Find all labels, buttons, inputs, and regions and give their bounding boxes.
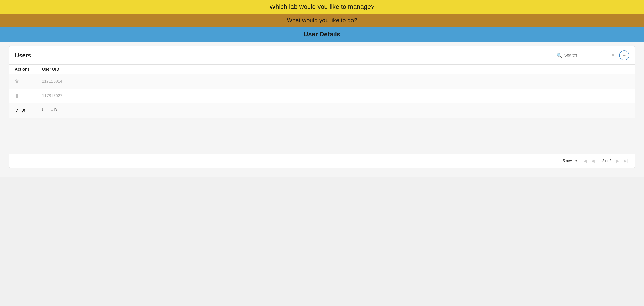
panel-title: Users (15, 52, 31, 59)
add-user-button[interactable]: + (619, 50, 629, 60)
last-page-button[interactable]: ▶| (622, 158, 629, 164)
confirm-icon[interactable]: ✓ (15, 107, 19, 114)
users-panel: Users 🔍 ✕ + Actions User UID (9, 46, 635, 168)
search-box: 🔍 ✕ (555, 52, 616, 59)
search-icon: 🔍 (557, 53, 562, 58)
pagination-bar: 5 rows ▼ |◀ ◀ 1-2 of 2 ▶ ▶| (9, 154, 635, 168)
rows-per-page-selector[interactable]: 5 rows ▼ (563, 159, 578, 163)
panel-header: Users 🔍 ✕ + (9, 46, 635, 64)
col-header-actions: Actions (15, 67, 42, 72)
new-row-actions: ✓ ✗ (15, 107, 42, 114)
col-header-uid: User UID (42, 67, 629, 72)
search-area: 🔍 ✕ + (555, 50, 629, 60)
search-clear-icon[interactable]: ✕ (611, 53, 615, 58)
dropdown-icon: ▼ (575, 159, 578, 162)
main-content: Users 🔍 ✕ + Actions User UID (0, 42, 644, 177)
first-page-button[interactable]: |◀ (581, 158, 588, 164)
delete-icon[interactable]: 🗑 (15, 93, 19, 98)
next-page-button[interactable]: ▶ (614, 158, 620, 164)
cancel-icon[interactable]: ✗ (22, 107, 26, 114)
users-table: Actions User UID 🗑 117126914 🗑 117817027 (9, 64, 635, 168)
cell-uid: 117817027 (42, 94, 629, 98)
empty-area (9, 118, 635, 154)
new-row: ✓ ✗ (9, 103, 635, 118)
section-title-banner: User Details (0, 27, 644, 42)
rows-label: 5 rows (563, 159, 574, 163)
page-info: 1-2 of 2 (599, 159, 611, 163)
table-row: 🗑 117817027 (9, 89, 635, 103)
row-actions: 🗑 (15, 93, 42, 98)
prev-page-button[interactable]: ◀ (590, 158, 596, 164)
row-actions: 🗑 (15, 79, 42, 84)
action-banner: What would you like to do? (0, 14, 644, 27)
cell-uid: 117126914 (42, 79, 629, 84)
lab-banner: Which lab would you like to manage? (0, 0, 644, 14)
pagination-controls: |◀ ◀ 1-2 of 2 ▶ ▶| (581, 158, 629, 164)
table-row: 🗑 117126914 (9, 74, 635, 89)
new-uid-input[interactable] (42, 108, 629, 113)
table-header: Actions User UID (9, 64, 635, 74)
search-input[interactable] (564, 53, 610, 58)
delete-icon[interactable]: 🗑 (15, 79, 19, 84)
